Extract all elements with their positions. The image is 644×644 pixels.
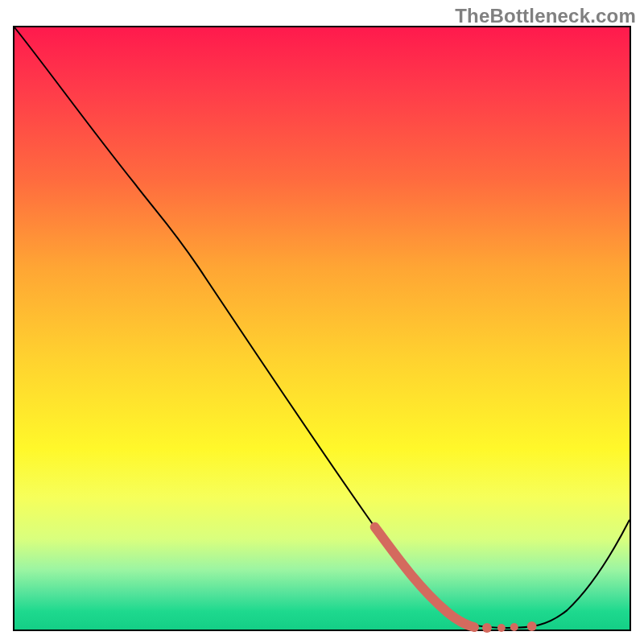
highlight-dot: [497, 624, 506, 632]
bottleneck-curve-line: [14, 27, 630, 628]
highlight-segment: [375, 527, 474, 627]
highlight-dot: [482, 623, 492, 633]
highlight-dot: [527, 621, 537, 631]
watermark-text: TheBottleneck.com: [455, 5, 636, 27]
plot-area: [13, 26, 631, 631]
chart-svg: [14, 27, 630, 630]
highlight-dot: [510, 623, 518, 631]
chart-container: TheBottleneck.com: [0, 0, 644, 644]
